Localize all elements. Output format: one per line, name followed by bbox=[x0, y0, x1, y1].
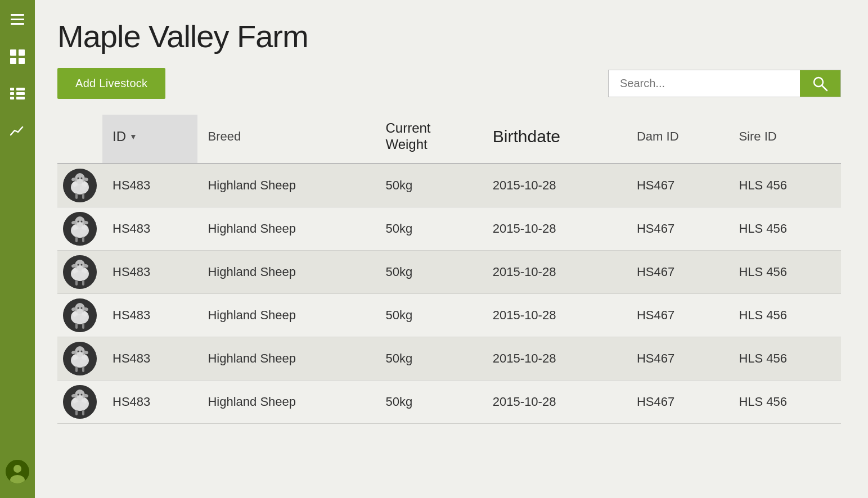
col-header-id[interactable]: ID ▼ bbox=[102, 115, 197, 164]
table-row[interactable]: HS483Highland Sheep50kg2015-10-28HS467HL… bbox=[57, 250, 841, 293]
animal-id: HS483 bbox=[102, 337, 197, 380]
col-header-birthdate: Birthdate bbox=[483, 115, 627, 164]
svg-point-38 bbox=[75, 229, 80, 234]
animal-birthdate: 2015-10-28 bbox=[483, 380, 627, 423]
svg-rect-11 bbox=[10, 97, 14, 99]
animal-weight: 50kg bbox=[375, 380, 482, 423]
svg-rect-73 bbox=[82, 323, 84, 329]
analytics-icon[interactable] bbox=[7, 120, 28, 142]
svg-point-69 bbox=[81, 307, 83, 309]
svg-point-39 bbox=[80, 229, 86, 234]
animal-sire-id: HLS 456 bbox=[728, 164, 841, 207]
svg-rect-72 bbox=[75, 323, 78, 329]
col-header-dam-id: Dam ID bbox=[627, 115, 728, 164]
svg-point-26 bbox=[78, 177, 79, 179]
animal-avatar bbox=[63, 212, 97, 246]
search-button[interactable] bbox=[800, 70, 840, 97]
animal-birthdate: 2015-10-28 bbox=[483, 337, 627, 380]
svg-point-81 bbox=[80, 359, 86, 364]
svg-point-80 bbox=[75, 359, 80, 364]
svg-rect-1 bbox=[11, 19, 24, 20]
search-input[interactable] bbox=[609, 70, 800, 97]
animal-birthdate: 2015-10-28 bbox=[483, 293, 627, 337]
svg-line-17 bbox=[822, 85, 827, 90]
animal-avatar bbox=[63, 385, 97, 419]
animal-breed: Highland Sheep bbox=[197, 337, 375, 380]
table-row[interactable]: HS483Highland Sheep50kg2015-10-28HS467HL… bbox=[57, 164, 841, 207]
svg-point-67 bbox=[80, 315, 86, 321]
svg-point-40 bbox=[78, 220, 79, 222]
animal-weight: 50kg bbox=[375, 207, 482, 250]
svg-rect-6 bbox=[19, 58, 25, 64]
hamburger-menu-icon[interactable] bbox=[7, 9, 28, 30]
svg-rect-0 bbox=[11, 14, 24, 16]
animal-avatar bbox=[63, 169, 97, 202]
animal-image-cell bbox=[57, 164, 102, 207]
animal-dam-id: HS467 bbox=[627, 380, 728, 423]
list-icon[interactable] bbox=[7, 83, 28, 105]
animal-avatar bbox=[63, 255, 97, 289]
svg-rect-7 bbox=[10, 88, 14, 90]
animal-image-cell bbox=[57, 293, 102, 337]
svg-rect-58 bbox=[75, 280, 78, 286]
animal-dam-id: HS467 bbox=[627, 293, 728, 337]
col-header-breed: Breed bbox=[197, 115, 375, 164]
animal-breed: Highland Sheep bbox=[197, 380, 375, 423]
svg-point-41 bbox=[81, 220, 83, 222]
animal-breed: Highland Sheep bbox=[197, 250, 375, 293]
animal-sire-id: HLS 456 bbox=[728, 250, 841, 293]
svg-rect-31 bbox=[82, 193, 84, 199]
animal-birthdate: 2015-10-28 bbox=[483, 164, 627, 207]
animal-breed: Highland Sheep bbox=[197, 207, 375, 250]
sort-arrow-icon: ▼ bbox=[129, 132, 137, 141]
animal-id: HS483 bbox=[102, 380, 197, 423]
svg-rect-30 bbox=[75, 193, 78, 199]
svg-rect-9 bbox=[10, 92, 14, 95]
svg-rect-86 bbox=[75, 366, 78, 372]
svg-point-27 bbox=[81, 177, 83, 179]
svg-point-96 bbox=[78, 393, 79, 395]
animal-avatar bbox=[63, 342, 97, 375]
animal-birthdate: 2015-10-28 bbox=[483, 250, 627, 293]
animal-breed: Highland Sheep bbox=[197, 293, 375, 337]
table-row[interactable]: HS483Highland Sheep50kg2015-10-28HS467HL… bbox=[57, 380, 841, 423]
search-wrap bbox=[608, 70, 841, 97]
svg-rect-12 bbox=[16, 97, 25, 99]
svg-rect-3 bbox=[10, 49, 16, 56]
animal-weight: 50kg bbox=[375, 293, 482, 337]
dashboard-icon[interactable] bbox=[7, 46, 28, 67]
svg-point-95 bbox=[80, 402, 86, 408]
table-header-row: ID ▼ Breed CurrentWeight Birthdate Dam I… bbox=[57, 115, 841, 164]
svg-point-24 bbox=[75, 185, 80, 191]
col-header-weight: CurrentWeight bbox=[375, 115, 482, 164]
svg-point-94 bbox=[75, 402, 80, 408]
svg-point-68 bbox=[78, 307, 79, 309]
animal-sire-id: HLS 456 bbox=[728, 380, 841, 423]
main-content: Maple Valley Farm Add Livestock ID ▼ bbox=[35, 0, 868, 498]
svg-point-14 bbox=[14, 465, 21, 473]
animal-id: HS483 bbox=[102, 250, 197, 293]
animal-id: HS483 bbox=[102, 293, 197, 337]
sidebar bbox=[0, 0, 35, 498]
svg-point-83 bbox=[81, 350, 83, 352]
svg-point-54 bbox=[78, 264, 79, 265]
svg-point-52 bbox=[75, 272, 80, 278]
table-row[interactable]: HS483Highland Sheep50kg2015-10-28HS467HL… bbox=[57, 293, 841, 337]
svg-rect-87 bbox=[82, 366, 84, 372]
svg-rect-45 bbox=[82, 237, 84, 242]
animal-id: HS483 bbox=[102, 207, 197, 250]
animal-weight: 50kg bbox=[375, 337, 482, 380]
table-row[interactable]: HS483Highland Sheep50kg2015-10-28HS467HL… bbox=[57, 337, 841, 380]
search-icon bbox=[812, 76, 828, 92]
svg-point-53 bbox=[80, 272, 86, 278]
page-title: Maple Valley Farm bbox=[57, 18, 841, 55]
animal-dam-id: HS467 bbox=[627, 207, 728, 250]
add-livestock-button[interactable]: Add Livestock bbox=[57, 68, 165, 99]
animal-breed: Highland Sheep bbox=[197, 164, 375, 207]
col-header-image bbox=[57, 115, 102, 164]
table-row[interactable]: HS483Highland Sheep50kg2015-10-28HS467HL… bbox=[57, 207, 841, 250]
toolbar: Add Livestock bbox=[57, 68, 841, 99]
svg-rect-44 bbox=[75, 237, 78, 242]
animal-sire-id: HLS 456 bbox=[728, 293, 841, 337]
avatar[interactable] bbox=[6, 460, 29, 483]
